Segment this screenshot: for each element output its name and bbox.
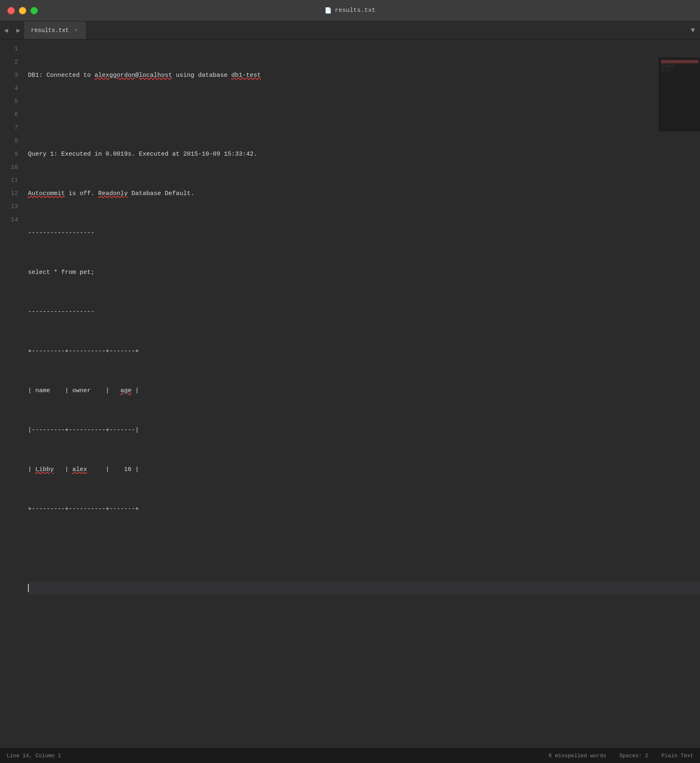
minimize-button[interactable]	[19, 7, 26, 14]
window-title: 📄 results.txt	[325, 7, 375, 14]
code-line-9: | name | owner | age |	[28, 384, 700, 398]
line11-libby: Libby	[35, 466, 54, 473]
line9-age: age	[120, 387, 131, 394]
line1-underlined: alexggordon@localhost	[94, 72, 172, 79]
line-number: 6	[0, 108, 18, 122]
code-line-10: |---------+----------+-------|	[28, 424, 700, 437]
text-cursor	[28, 584, 29, 592]
line-number: 7	[0, 122, 18, 135]
tab-close-button[interactable]: ✕	[73, 27, 80, 34]
line-number: 13	[0, 200, 18, 214]
line-number: 10	[0, 161, 18, 174]
minimap-content: DB1: Connected to alexggordon... Query 1…	[659, 57, 700, 75]
tab-label: results.txt	[31, 27, 69, 34]
line-number: 9	[0, 148, 18, 161]
code-line-14	[28, 581, 700, 595]
code-line-5: ------------------	[28, 227, 700, 240]
line4-text: Autocommit is off. Readonly Database Def…	[28, 187, 194, 200]
code-line-2	[28, 108, 700, 122]
line-number: 3	[0, 69, 18, 82]
indent-info: Spaces: 2	[619, 753, 648, 759]
line-number: 11	[0, 174, 18, 187]
minimap: DB1: Connected to alexggordon... Query 1…	[659, 57, 700, 131]
title-bar: 📄 results.txt	[0, 0, 700, 21]
line6-text: select * from pet;	[28, 266, 94, 279]
line-number: 1	[0, 43, 18, 56]
line-number: 2	[0, 56, 18, 69]
close-button[interactable]	[7, 7, 15, 14]
status-right: 6 misspelled words Spaces: 2 Plain Text	[548, 753, 693, 759]
line-number: 8	[0, 135, 18, 148]
code-line-13	[28, 542, 700, 555]
tab-next-button[interactable]: ▶	[12, 21, 25, 39]
code-line-6: select * from pet;	[28, 266, 700, 279]
line9-text: | name | owner | age |	[28, 384, 139, 398]
line-number: 14	[0, 214, 18, 227]
line10-text: |---------+----------+-------|	[28, 424, 139, 437]
file-type: Plain Text	[661, 753, 693, 759]
code-line-12: +---------+----------+-------+	[28, 503, 700, 516]
code-line-3: Query 1: Executed in 0.0019s. Executed a…	[28, 148, 700, 161]
line11-text: | Libby | alex | 16 |	[28, 463, 139, 476]
file-icon: 📄	[325, 7, 332, 14]
code-line-4: Autocommit is off. Readonly Database Def…	[28, 187, 700, 200]
status-bar: Line 14, Column 1 6 misspelled words Spa…	[0, 748, 700, 763]
code-line-8: +---------+----------+-------+	[28, 345, 700, 358]
line5-text: ------------------	[28, 227, 94, 240]
code-line-7: ------------------	[28, 306, 700, 319]
line-number: 12	[0, 187, 18, 200]
misspelled-count: 6 misspelled words	[548, 753, 606, 759]
cursor-position: Line 14, Column 1	[7, 753, 61, 759]
line4-autocommit: Autocommit	[28, 190, 65, 197]
code-line-11: | Libby | alex | 16 |	[28, 463, 700, 476]
maximize-button[interactable]	[30, 7, 38, 14]
code-line-1: DB1: Connected to alexggordon@localhost …	[28, 69, 700, 82]
tab-dropdown-icon[interactable]: ▼	[691, 26, 695, 34]
line1-text: DB1: Connected to alexggordon@localhost …	[28, 69, 261, 82]
tab-prev-button[interactable]: ◀	[0, 21, 12, 39]
line11-alex: alex	[72, 466, 87, 473]
tab-results[interactable]: results.txt ✕	[24, 21, 86, 39]
traffic-lights	[7, 7, 38, 14]
tab-bar: ◀ ▶ results.txt ✕ ▼	[0, 21, 700, 39]
line-numbers: 1 2 3 4 5 6 7 8 9 10 11 12 13 14	[0, 39, 25, 748]
line-number: 4	[0, 82, 18, 95]
tab-bar-right: ▼	[691, 21, 700, 39]
line1-db-underlined: db1-test	[231, 72, 261, 79]
line-number: 5	[0, 95, 18, 108]
code-content[interactable]: DB1: Connected to alexggordon@localhost …	[25, 39, 700, 748]
title-filename: results.txt	[335, 7, 375, 14]
editor: DB1: Connected to alexggordon... Query 1…	[0, 39, 700, 748]
line7-text: ------------------	[28, 306, 94, 319]
line4-readonly: Readonly	[98, 190, 128, 197]
status-position: Line 14, Column 1	[7, 753, 548, 759]
line3-text: Query 1: Executed in 0.0019s. Executed a…	[28, 148, 257, 161]
line12-text: +---------+----------+-------+	[28, 503, 139, 516]
line8-text: +---------+----------+-------+	[28, 345, 139, 358]
